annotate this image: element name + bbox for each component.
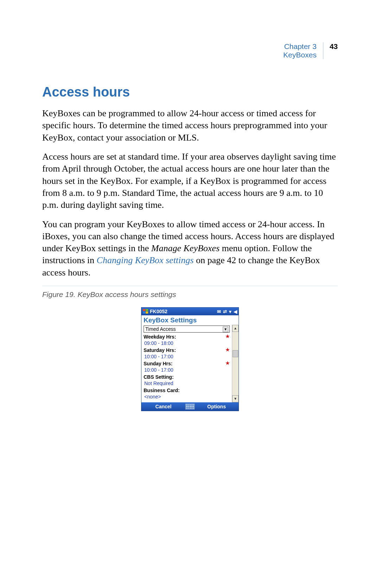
figure-rule xyxy=(42,286,338,286)
chapter-label: Chapter 3 KeyBoxes xyxy=(283,42,323,59)
device-scrollbar[interactable]: ▲ ▼ xyxy=(232,325,239,402)
body-paragraph-1: KeyBoxes can be programmed to allow 24-h… xyxy=(42,107,338,144)
device-screen-heading: KeyBox Settings xyxy=(141,315,239,325)
cbs-setting-value[interactable]: Not Required xyxy=(144,380,230,386)
access-mode-value: Timed Access xyxy=(145,326,176,332)
saturday-hrs-value[interactable]: 10:00 - 17:00 xyxy=(144,354,230,359)
cbs-setting-label: CBS Setting: xyxy=(144,374,230,380)
business-card-value[interactable]: <none> xyxy=(144,394,230,400)
page-number: 43 xyxy=(330,42,338,51)
chat-icon: ✉ xyxy=(217,309,221,314)
weekday-hrs-label: Weekday Hrs: ★ xyxy=(144,334,230,340)
required-star-icon: ★ xyxy=(226,334,230,339)
scroll-down-button[interactable]: ▼ xyxy=(232,395,239,402)
scroll-thumb[interactable] xyxy=(233,350,238,357)
connection-icon: ⇄ xyxy=(223,309,227,314)
windows-logo-icon xyxy=(143,309,148,314)
required-star-icon: ★ xyxy=(226,361,230,365)
device-softkey-bar: Cancel Options xyxy=(141,402,239,411)
keybox-settings-device: FK0052 ✉ ⇄ ▾ ◀ KeyBox Settings Timed Acc… xyxy=(141,307,239,411)
sunday-hrs-value[interactable]: 10:00 - 17:00 xyxy=(144,367,230,373)
saturday-hrs-label: Saturday Hrs: ★ xyxy=(144,347,230,353)
body-paragraph-2: Access hours are set at standard time. I… xyxy=(42,151,338,211)
required-star-icon: ★ xyxy=(226,347,230,352)
body-paragraph-3: You can program your KeyBoxes to allow t… xyxy=(42,218,338,279)
sunday-hrs-label: Sunday Hrs: ★ xyxy=(144,361,230,366)
business-card-label: Business Card: xyxy=(144,388,230,393)
scroll-up-button[interactable]: ▲ xyxy=(232,325,239,332)
access-mode-select[interactable]: Timed Access ▼ xyxy=(144,326,230,333)
changing-keybox-settings-link[interactable]: Changing KeyBox settings xyxy=(97,255,194,265)
cancel-softkey[interactable]: Cancel xyxy=(141,404,185,409)
header-divider xyxy=(323,42,323,59)
keyboard-icon[interactable] xyxy=(185,404,195,409)
manage-keyboxes-emphasis: Manage KeyBoxes xyxy=(151,243,220,253)
speaker-icon: ◀ xyxy=(234,309,237,314)
options-softkey[interactable]: Options xyxy=(195,404,239,409)
scroll-track[interactable] xyxy=(232,332,239,395)
device-settings-list: Timed Access ▼ Weekday Hrs: ★ 09:00 - 18… xyxy=(141,325,232,402)
chapter-line1: Chapter 3 xyxy=(283,42,317,51)
device-title-text: FK0052 xyxy=(150,309,167,314)
running-header: Chapter 3 KeyBoxes 43 xyxy=(283,42,338,59)
device-titlebar: FK0052 ✉ ⇄ ▾ ◀ xyxy=(141,308,239,315)
section-heading: Access hours xyxy=(42,85,338,100)
dropdown-caret-icon: ▼ xyxy=(223,327,228,332)
system-tray: ✉ ⇄ ▾ ◀ xyxy=(217,309,237,314)
weekday-hrs-value[interactable]: 09:00 - 18:00 xyxy=(144,340,230,346)
figure-caption: Figure 19. KeyBox access hours settings xyxy=(42,290,338,299)
chapter-line2: KeyBoxes xyxy=(283,51,317,59)
signal-icon: ▾ xyxy=(229,309,232,314)
